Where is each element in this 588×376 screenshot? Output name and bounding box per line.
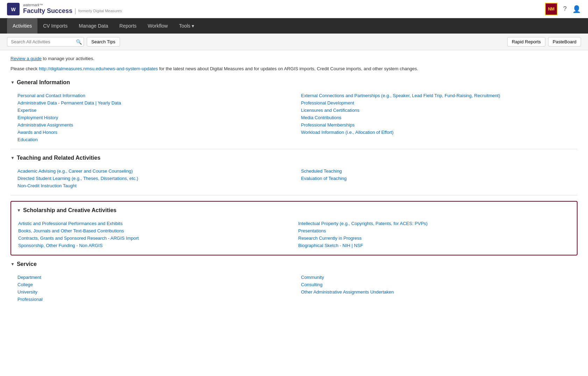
list-item: Licensures and Certifications (301, 107, 578, 114)
nav-item-tools[interactable]: Tools ▾ (173, 18, 200, 34)
section-item-link[interactable]: Professional Development (301, 100, 354, 106)
section-item-link[interactable]: Artistic and Professional Performances a… (18, 221, 122, 226)
section-item-link[interactable]: Professional Memberships (301, 122, 355, 128)
section-item-link[interactable]: College (17, 282, 33, 287)
section-item-link[interactable]: Scheduled Teaching (301, 168, 342, 174)
section-item-link[interactable]: Workload Information (i.e., Allocation o… (301, 130, 394, 135)
section-item-link[interactable]: Other Administrative Assignments Underta… (301, 289, 394, 295)
right-col-service: CommunityConsultingOther Administrative … (301, 274, 578, 303)
logo-text: watermark™ Faculty Success | formerly Di… (23, 3, 122, 15)
section-item-link[interactable]: Sponsorship, Other Funding - Non ARGIS (18, 243, 102, 248)
list-item: Consulting (301, 281, 578, 288)
list-item: Professional (17, 296, 294, 303)
section-item-link[interactable]: Administrative Data - Permanent Data | Y… (17, 100, 121, 106)
review-guide-link[interactable]: Review a guide (10, 56, 42, 61)
section-item-link[interactable]: Presentations (298, 228, 326, 233)
nav-item-reports[interactable]: Reports (114, 18, 142, 34)
sections-container: ▼General InformationPersonal and Contact… (10, 79, 578, 303)
help-icon[interactable]: ? (563, 5, 567, 13)
formerly-label: formerly Digital Measures (78, 9, 122, 13)
section-items-teaching: Academic Advising (e.g., Career and Cour… (10, 167, 578, 189)
section-teaching: ▼Teaching and Related ActivitiesAcademic… (10, 155, 578, 189)
list-item: Books, Journals and Other Text-Based Con… (18, 227, 291, 234)
list-item: Biographical Sketch - NIH | NSF (298, 242, 572, 249)
list-item: Media Contributions (301, 114, 578, 121)
chevron-service[interactable]: ▼ (10, 262, 15, 267)
section-item-link[interactable]: Education (17, 137, 38, 142)
notice-url-link[interactable]: http://digitalmeasures.nmsu.edu/news-and… (39, 66, 158, 71)
section-item-link[interactable]: Awards and Honors (17, 130, 57, 135)
list-item: Sponsorship, Other Funding - Non ARGIS (18, 242, 291, 249)
section-scholarship: ▼Scholarship and Creative ActivitiesArti… (10, 201, 578, 255)
right-col-general-information: External Connections and Partnerships (e… (301, 92, 578, 143)
search-button[interactable]: 🔍 (76, 39, 82, 45)
chevron-scholarship[interactable]: ▼ (17, 208, 21, 213)
list-item: Professional Memberships (301, 121, 578, 129)
header-right: NM ? 👤 (545, 3, 581, 15)
nav-item-workflow[interactable]: Workflow (142, 18, 173, 34)
section-item-link[interactable]: Books, Journals and Other Text-Based Con… (18, 228, 124, 233)
svg-text:W: W (11, 7, 16, 12)
list-item: Department (17, 274, 294, 281)
search-wrapper: 🔍 (7, 37, 84, 46)
nm-university-logo: NM (545, 3, 558, 15)
section-item-link[interactable]: Administrative Assignments (17, 122, 73, 128)
nav-item-activities[interactable]: Activities (7, 18, 37, 34)
section-title-teaching: Teaching and Related Activities (17, 155, 100, 161)
section-item-link[interactable]: Expertise (17, 108, 36, 113)
section-item-link[interactable]: Evaluation of Teaching (301, 176, 347, 181)
left-col-teaching: Academic Advising (e.g., Career and Cour… (17, 167, 294, 189)
list-item: Expertise (17, 107, 294, 114)
section-item-link[interactable]: Directed Student Learning (e.g., Theses,… (17, 176, 138, 181)
left-col-general-information: Personal and Contact InformationAdminist… (17, 92, 294, 143)
list-item: Academic Advising (e.g., Career and Cour… (17, 167, 294, 175)
section-service: ▼ServiceDepartmentCollegeUniversityProfe… (10, 261, 578, 303)
chevron-general-information[interactable]: ▼ (10, 80, 15, 85)
chevron-teaching[interactable]: ▼ (10, 156, 15, 160)
section-item-link[interactable]: Licensures and Certifications (301, 108, 360, 113)
section-item-link[interactable]: Professional (17, 297, 43, 302)
search-bar: 🔍 Search Tips Rapid Reports PasteBoard (0, 34, 588, 50)
user-icon[interactable]: 👤 (572, 5, 581, 13)
list-item: Personal and Contact Information (17, 92, 294, 99)
section-item-link[interactable]: Department (17, 275, 41, 280)
top-header: W watermark™ Faculty Success | formerly … (0, 0, 588, 18)
rapid-reports-button[interactable]: Rapid Reports (507, 37, 545, 46)
right-col-scholarship: Intellectual Property (e.g., Copyrights,… (298, 220, 572, 249)
section-item-link[interactable]: Biographical Sketch - NIH | NSF (298, 243, 363, 248)
list-item: Professional Development (301, 99, 578, 107)
watermark-label: watermark™ (23, 3, 122, 7)
watermark-logo-icon: W (7, 3, 20, 15)
section-item-link[interactable]: Media Contributions (301, 115, 342, 120)
section-item-link[interactable]: University (17, 289, 37, 295)
logo-area: W watermark™ Faculty Success | formerly … (7, 3, 122, 15)
section-item-link[interactable]: External Connections and Partnerships (e… (301, 93, 500, 98)
section-general-information: ▼General InformationPersonal and Contact… (10, 79, 578, 143)
section-item-link[interactable]: Non-Credit Instruction Taught (17, 183, 77, 188)
section-title-scholarship: Scholarship and Creative Activities (23, 207, 116, 214)
section-item-link[interactable]: Consulting (301, 282, 323, 287)
section-title-general-information: General Information (17, 79, 70, 86)
section-item-link[interactable]: Academic Advising (e.g., Career and Cour… (17, 168, 133, 174)
search-input[interactable] (7, 37, 84, 46)
list-item: Presentations (298, 227, 572, 234)
section-items-service: DepartmentCollegeUniversityProfessionalC… (10, 274, 578, 303)
pasteboard-button[interactable]: PasteBoard (548, 37, 581, 46)
list-item: Workload Information (i.e., Allocation o… (301, 129, 578, 136)
list-item: Evaluation of Teaching (301, 175, 578, 182)
section-header-service: ▼Service (10, 261, 578, 269)
section-item-link[interactable]: Research Currently in Progress (298, 236, 362, 241)
search-tips-button[interactable]: Search Tips (87, 37, 120, 46)
section-item-link[interactable]: Personal and Contact Information (17, 93, 85, 98)
nav-item-cv-imports[interactable]: CV Imports (37, 18, 73, 34)
section-item-link[interactable]: Employment History (17, 115, 58, 120)
section-item-link[interactable]: Contracts, Grants and Sponsored Research… (18, 236, 139, 241)
right-col-teaching: Scheduled TeachingEvaluation of Teaching (301, 167, 578, 189)
list-item: External Connections and Partnerships (e… (301, 92, 578, 99)
section-divider (10, 195, 578, 195)
list-item: Education (17, 136, 294, 143)
section-item-link[interactable]: Community (301, 275, 324, 280)
list-item: Contracts, Grants and Sponsored Research… (18, 234, 291, 242)
nav-item-manage-data[interactable]: Manage Data (73, 18, 114, 34)
section-item-link[interactable]: Intellectual Property (e.g., Copyrights,… (298, 221, 428, 226)
